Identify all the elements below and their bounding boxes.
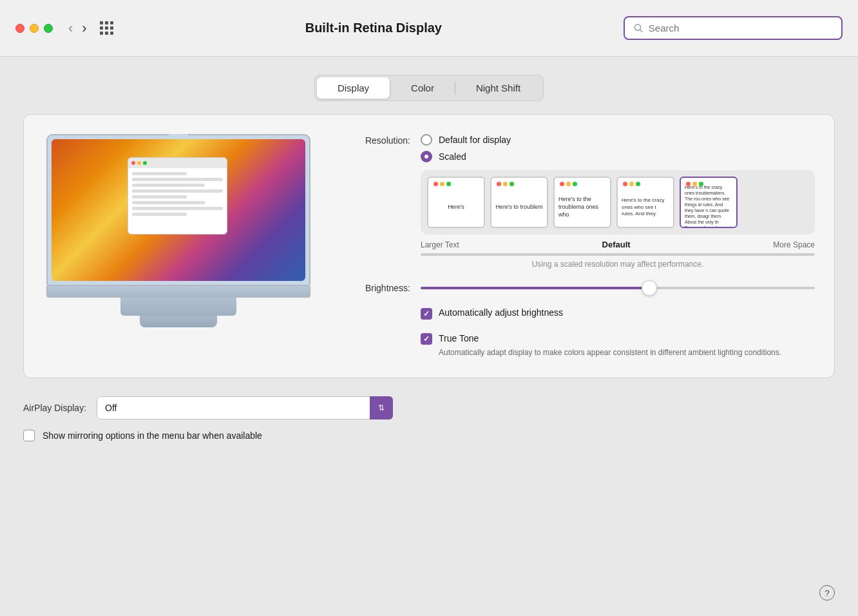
back-button[interactable]: ‹ (66, 21, 75, 35)
minimize-button[interactable] (30, 24, 39, 33)
grid-dot (110, 26, 113, 30)
tabs-container: Display Color Night Shift (23, 75, 835, 101)
monitor-base (140, 316, 217, 327)
doc-line (132, 184, 205, 187)
doc-body (128, 168, 227, 222)
main-content: Display Color Night Shift (0, 57, 858, 396)
tab-night-shift[interactable]: Night Shift (455, 77, 541, 99)
checkmark-icon: ✓ (423, 309, 430, 318)
monitor-screen (52, 139, 305, 281)
checkmark-icon: ✓ (423, 334, 430, 343)
settings-pane: Resolution: Default for display Scaled (339, 134, 815, 358)
doc-line (132, 195, 187, 198)
grid-dot (100, 32, 103, 35)
mirroring-checkbox[interactable] (23, 430, 35, 441)
mirroring-label: Show mirroring options in the menu bar w… (43, 430, 262, 441)
tabs: Display Color Night Shift (314, 75, 544, 101)
true-tone-checkbox[interactable]: ✓ (421, 333, 432, 345)
res-thumb-5[interactable]: Here's to the crazy ones troublemakers. … (680, 177, 738, 228)
doc-line (132, 201, 205, 204)
resolution-thumbnails: Here's Here's to troublem (421, 170, 815, 235)
search-icon (634, 23, 644, 34)
search-input[interactable] (649, 23, 832, 34)
airplay-label: AirPlay Display: (23, 403, 86, 413)
doc-titlebar (128, 158, 227, 168)
true-tone-label: True Tone (439, 333, 479, 343)
res-dots-5 (686, 182, 703, 186)
res-thumb-1[interactable]: Here's (427, 177, 485, 228)
tab-display[interactable]: Display (317, 77, 390, 99)
titlebar: ‹ › Built-in Retina Display (0, 0, 858, 57)
grid-dot (110, 21, 113, 24)
airplay-select-container: Off On ⇅ (97, 396, 393, 419)
scale-labels: Larger Text Default More Space (421, 240, 815, 249)
doc-maximize (143, 161, 147, 165)
res-dots-1 (434, 182, 451, 186)
brightness-thumb[interactable] (642, 280, 657, 296)
res-thumb-text-4: Here's to the crazy ones who see t rules… (618, 184, 673, 220)
forward-button[interactable]: › (79, 21, 89, 35)
grid-dot (100, 26, 103, 30)
radio-default-circle[interactable] (421, 134, 432, 146)
monitor-chin (120, 298, 236, 316)
res-thumb-text-2: Here's to troublem (491, 191, 546, 214)
doc-minimize (137, 161, 141, 165)
doc-line (132, 172, 187, 175)
res-thumb-3[interactable]: Here's to the troublema ones who (553, 177, 611, 228)
display-panel: Resolution: Default for display Scaled (23, 114, 835, 378)
mirroring-row: Show mirroring options in the menu bar w… (23, 430, 835, 441)
resolution-row: Resolution: Default for display Scaled (339, 134, 815, 269)
scale-row: Larger Text Default More Space Using a s… (421, 240, 815, 269)
grid-icon[interactable] (100, 21, 113, 35)
scale-track[interactable] (421, 253, 815, 256)
resolution-label: Resolution: (339, 134, 410, 146)
svg-line-1 (640, 30, 642, 32)
brightness-slider-container[interactable] (421, 282, 815, 294)
scale-label-left: Larger Text (421, 240, 459, 249)
doc-line (132, 213, 187, 216)
res-dots-2 (497, 182, 514, 186)
auto-brightness-label: Automatically adjust brightness (439, 307, 563, 318)
monitor-bezel (46, 286, 310, 298)
monitor-notch (169, 134, 188, 138)
auto-brightness-row: ✓ Automatically adjust brightness (421, 307, 815, 320)
grid-dot (105, 21, 108, 24)
window-title: Built-in Retina Display (124, 21, 624, 35)
auto-brightness-checkbox[interactable]: ✓ (421, 308, 432, 320)
grid-dot (105, 32, 108, 35)
res-thumb-text-1: Here's (444, 191, 468, 214)
grid-dot (110, 32, 113, 35)
true-tone-row: ✓ True Tone Automatically adapt display … (421, 332, 815, 358)
res-thumb-text-3: Here's to the troublema ones who (555, 183, 610, 221)
scale-hint: Using a scaled resolution may affect per… (421, 260, 815, 269)
nav-buttons: ‹ › (66, 21, 90, 35)
search-box[interactable] (624, 16, 843, 40)
radio-scaled[interactable]: Scaled (421, 151, 815, 162)
doc-line (132, 207, 223, 210)
airplay-select[interactable]: Off On (97, 396, 393, 419)
close-button[interactable] (15, 24, 24, 33)
brightness-row: Brightness: (339, 282, 815, 294)
brightness-label: Brightness: (339, 283, 410, 293)
monitor-screen-outer (46, 134, 310, 286)
doc-close (131, 161, 135, 165)
true-tone-sublabel: Automatically adapt display to make colo… (439, 347, 781, 358)
help-button[interactable]: ? (819, 585, 835, 601)
scale-label-center: Default (602, 240, 631, 249)
traffic-lights (15, 24, 53, 33)
doc-window (128, 157, 227, 235)
grid-dot (105, 26, 108, 30)
maximize-button[interactable] (44, 24, 53, 33)
scale-label-right: More Space (773, 240, 815, 249)
doc-line (132, 189, 223, 193)
brightness-track (421, 287, 815, 289)
radio-default[interactable]: Default for display (421, 134, 815, 146)
radio-scaled-circle[interactable] (421, 151, 432, 162)
resolution-controls: Default for display Scaled (421, 134, 815, 269)
true-tone-text-group: True Tone Automatically adapt display to… (439, 332, 781, 358)
grid-dot (100, 21, 103, 24)
res-thumb-2[interactable]: Here's to troublem (490, 177, 548, 228)
doc-line (132, 178, 223, 181)
res-thumb-4[interactable]: Here's to the crazy ones who see t rules… (616, 177, 674, 228)
tab-color[interactable]: Color (390, 77, 455, 99)
